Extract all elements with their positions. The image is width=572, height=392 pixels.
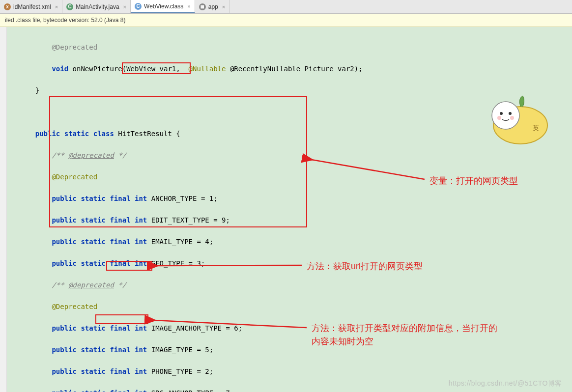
editor-area: @Deprecated void onNewPicture(WebView va… xyxy=(0,27,572,392)
close-icon[interactable]: × xyxy=(187,3,190,9)
svg-point-4 xyxy=(492,102,519,129)
tab-label: MainActivity.java xyxy=(76,3,119,10)
gutter xyxy=(0,27,7,392)
annotation-text: 变量：打开的网页类型 xyxy=(429,174,557,188)
editor-tabs: x idManifest.xml × C MainActivity.java ×… xyxy=(0,0,572,14)
svg-point-6 xyxy=(509,112,512,115)
module-icon: ▦ xyxy=(199,3,206,10)
ime-mascot-icon: 英 xyxy=(479,81,552,145)
close-icon[interactable]: × xyxy=(123,4,126,10)
tab-manifest[interactable]: x idManifest.xml × xyxy=(0,0,62,13)
tab-webview[interactable]: C WebView.class × xyxy=(131,0,195,13)
tab-label: idManifest.xml xyxy=(13,3,51,10)
tab-label: WebView.class xyxy=(144,3,183,10)
svg-point-5 xyxy=(500,112,503,115)
svg-text:英: 英 xyxy=(533,124,539,132)
close-icon[interactable]: × xyxy=(222,4,225,10)
svg-point-8 xyxy=(510,116,514,120)
watermark: https://blog.csdn.net/@51CTO博客 xyxy=(449,378,562,389)
annotation-text: 方法：获取url打开的网页类型 xyxy=(307,260,503,273)
svg-point-7 xyxy=(497,116,501,120)
annotation-text: 方法：获取打开类型对应的附加信息，当打开的内容未知时为空 xyxy=(312,322,498,348)
close-icon[interactable]: × xyxy=(55,4,58,10)
class-icon: C xyxy=(135,3,142,10)
decompiled-info-bar: iled .class file, bytecode version: 52.0… xyxy=(0,14,572,27)
tab-label: app xyxy=(208,3,218,10)
class-icon: C xyxy=(66,3,73,10)
xml-icon: x xyxy=(4,3,11,10)
tab-mainactivity[interactable]: C MainActivity.java × xyxy=(62,0,131,13)
tab-app[interactable]: ▦ app × xyxy=(195,0,229,13)
code-editor[interactable]: @Deprecated void onNewPicture(WebView va… xyxy=(7,27,572,392)
